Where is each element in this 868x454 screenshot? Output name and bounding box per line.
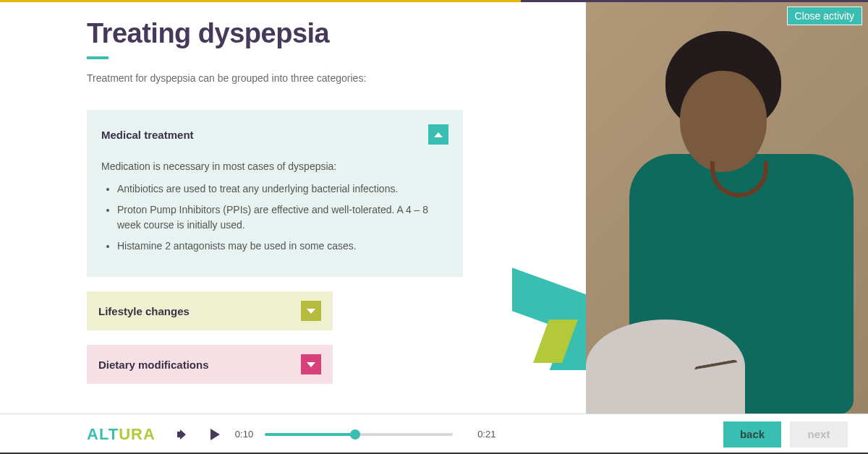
page-title: Treating dyspepsia: [87, 18, 586, 49]
accordion-collapse-button[interactable]: [428, 124, 448, 145]
close-activity-button[interactable]: Close activity: [787, 7, 862, 25]
panel-bullet: Histamine 2 antagonists may be used in s…: [117, 239, 448, 254]
seek-bar[interactable]: [265, 433, 453, 436]
next-button[interactable]: next: [790, 421, 848, 447]
accordion-header[interactable]: Lifestyle changes: [87, 291, 333, 330]
chevron-down-icon: [307, 362, 315, 367]
play-button[interactable]: [209, 428, 222, 441]
hero-image: Close activity: [586, 2, 868, 414]
accordion-item-dietary: Dietary modifications: [87, 345, 463, 384]
accordion: Medical treatment Medication is necessar…: [87, 110, 463, 384]
accordion-item-title: Medical treatment: [101, 129, 194, 141]
panel-lead: Medication is necessary in most cases of…: [101, 159, 448, 174]
volume-button[interactable]: [176, 428, 189, 441]
current-time: 0:10: [235, 429, 253, 440]
accordion-expand-button[interactable]: [301, 354, 321, 374]
duration: 0:21: [477, 429, 495, 440]
player-bar: ALTURA 0:10 0:21 back next: [0, 414, 868, 454]
accordion-item-medical: Medical treatment Medication is necessar…: [87, 110, 463, 277]
accordion-header[interactable]: Dietary modifications: [87, 345, 333, 384]
brand-logo: ALTURA: [87, 425, 156, 444]
accordion-item-title: Dietary modifications: [98, 359, 209, 371]
title-underline: [87, 56, 109, 59]
back-button[interactable]: back: [723, 421, 781, 447]
panel-bullet: Proton Pump Inhibitors (PPIs) are effect…: [117, 202, 448, 233]
chevron-up-icon: [434, 132, 443, 137]
accordion-expand-button[interactable]: [301, 301, 321, 321]
seek-progress: [265, 433, 355, 436]
accordion-item-title: Lifestyle changes: [98, 305, 190, 317]
play-icon: [210, 429, 220, 440]
accordion-item-lifestyle: Lifestyle changes: [87, 291, 463, 330]
intro-text: Treatment for dyspepsia can be grouped i…: [87, 72, 586, 84]
panel-bullet: Antibiotics are used to treat any underl…: [117, 181, 448, 197]
seek-thumb[interactable]: [350, 429, 360, 440]
speaker-icon: [177, 429, 187, 440]
accordion-item-body: Medication is necessary in most cases of…: [101, 159, 448, 254]
chevron-down-icon: [307, 309, 315, 314]
